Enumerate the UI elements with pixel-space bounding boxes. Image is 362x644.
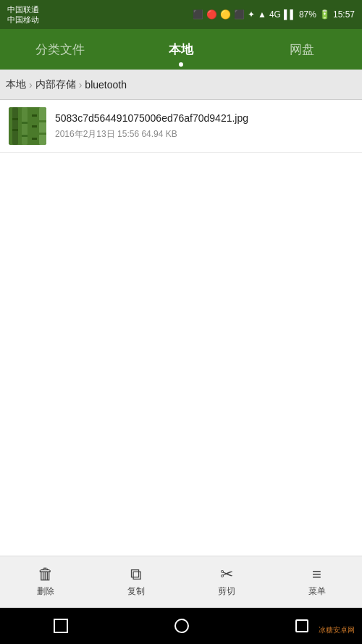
svg-rect-3 [12,129,18,131]
wifi-icon: ▲ [258,9,266,20]
nav-bar: 冰糖安卓网 [0,608,362,644]
copy-icon: ⧉ [130,566,142,582]
svg-rect-13 [39,133,46,135]
status-icons: ⬛ 🔴 🟡 ⬛ ✦ ▲ 4G ▌▌ 87% 🔋 15:57 [193,9,355,20]
bluetooth-icon: ✦ [248,9,255,20]
breadcrumb: 本地 › 内部存储 › bluetooth [0,70,362,100]
svg-rect-1 [12,107,18,145]
breadcrumb-bluetooth[interactable]: bluetooth [85,79,127,91]
breadcrumb-arrow-1: › [29,79,33,91]
svg-rect-5 [22,122,28,124]
breadcrumb-internal[interactable]: 内部存储 [35,78,76,91]
tab-local[interactable]: 本地 [121,29,242,70]
home-button[interactable] [174,619,189,633]
recent-icon [295,619,308,632]
svg-rect-10 [32,138,37,140]
svg-rect-8 [32,114,37,117]
svg-rect-12 [39,120,46,122]
file-thumbnail [9,107,46,145]
svg-rect-6 [22,135,28,137]
file-info: 5083c7d564491075006ed76af70d9421.jpg 201… [55,112,353,141]
carrier-info: 中国联通 中国移动 [7,4,39,25]
menu-button[interactable]: ≡ 菜单 [297,561,337,603]
app-icon: 🔴 [206,9,217,20]
thumbnail-image [9,107,46,145]
time: 15:57 [333,9,355,20]
breadcrumb-arrow-2: › [79,79,83,91]
cast-icon: ⬛ [234,9,245,20]
status-bar: 中国联通 中国移动 ⬛ 🔴 🟡 ⬛ ✦ ▲ 4G ▌▌ 87% 🔋 15:57 [0,0,362,29]
copy-button[interactable]: ⧉ 复制 [116,561,156,603]
battery-label: 87% [299,9,316,20]
menu-icon: ≡ [312,566,321,582]
content-area: 5083c7d564491075006ed76af70d9421.jpg 201… [0,100,362,556]
delete-label: 删除 [37,585,54,598]
tab-categories-label: 分类文件 [35,41,85,58]
bottom-toolbar: 🗑 删除 ⧉ 复制 ✂ 剪切 ≡ 菜单 [0,556,362,608]
file-meta: 2016年2月13日 15:56 64.94 KB [55,128,353,141]
delete-button[interactable]: 🗑 删除 [25,561,66,603]
svg-rect-2 [12,118,18,120]
signal-4g: 4G [269,9,281,20]
svg-rect-9 [32,125,37,127]
battery-icon: 🔋 [319,9,330,20]
copy-label: 复制 [127,585,145,598]
cut-button[interactable]: ✂ 剪切 [206,561,247,603]
app2-icon: 🟡 [220,9,231,20]
svg-rect-4 [22,107,28,145]
back-button[interactable] [54,619,68,633]
watermark: 冰糖安卓网 [319,625,355,635]
delete-icon: 🗑 [38,566,54,582]
tab-bar: 分类文件 本地 网盘 [0,29,362,70]
back-icon [54,619,68,633]
tab-cloud[interactable]: 网盘 [241,29,362,70]
signal-bars: ▌▌ [284,9,296,20]
file-item[interactable]: 5083c7d564491075006ed76af70d9421.jpg 201… [0,100,362,153]
cut-icon: ✂ [220,566,233,582]
notification-icon: ⬛ [193,9,203,20]
tab-categories[interactable]: 分类文件 [0,29,121,70]
home-icon [174,619,189,633]
cut-label: 剪切 [218,585,235,598]
carrier2: 中国移动 [7,14,39,25]
breadcrumb-local[interactable]: 本地 [6,78,26,91]
tab-local-label: 本地 [169,41,193,58]
carrier1: 中国联通 [7,4,39,14]
recent-button[interactable] [295,619,308,632]
tab-cloud-label: 网盘 [290,41,314,58]
menu-label: 菜单 [308,585,326,598]
file-name: 5083c7d564491075006ed76af70d9421.jpg [55,112,353,126]
svg-rect-11 [39,107,46,145]
